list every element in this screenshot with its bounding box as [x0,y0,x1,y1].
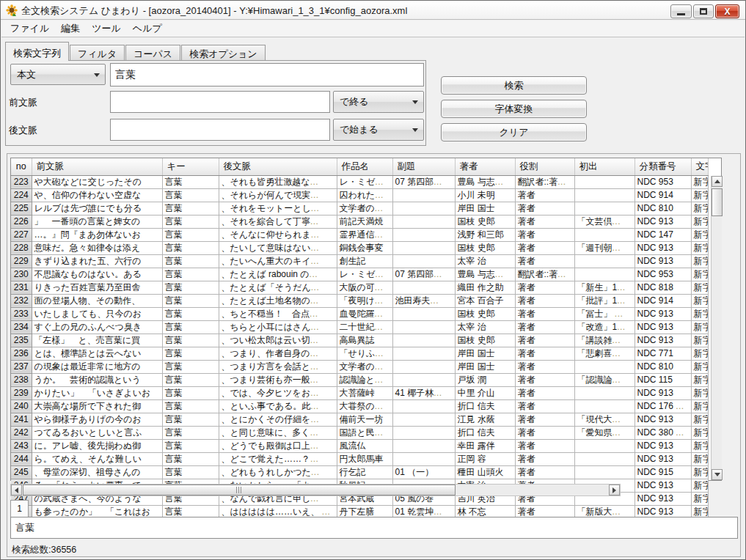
tab-search-string[interactable]: 検索文字列 [5,42,69,61]
table-row[interactable]: 239かりたい」 「いさぎよいお言葉、では、今夕ヒツをお...大菩薩峠41 椰子… [11,386,708,399]
table-cell: 著者 [515,215,574,228]
vertical-scrollbar[interactable] [711,176,722,480]
result-page-tab[interactable]: 1 [10,500,29,517]
selection-field[interactable] [10,517,738,539]
table-cell: りきった百姓言葉乃至田舎 [32,281,162,294]
glyph-convert-button[interactable]: 字体変換 [441,100,587,118]
pre-context-mode-select[interactable]: で終る [333,91,424,113]
table-cell [392,452,455,465]
tab-corpus[interactable]: コーパス [125,45,180,61]
table-cell: 大阪の可... [337,281,392,294]
table-cell: 種田 山頭火 [455,465,515,479]
column-header-7[interactable]: 役割 [515,158,574,175]
menu-edit[interactable]: 編集 [55,21,86,37]
column-header-5[interactable]: 副題 [392,158,455,175]
query-input[interactable] [110,63,424,86]
table-row[interactable]: 229 きずり込まれた五、六行の言葉、たいへん重大のキイ...創生記太宰 治著者… [11,254,708,268]
column-header-8[interactable]: 初出 [574,158,635,175]
scroll-right-button[interactable] [609,485,620,495]
table-cell: 著者 [515,294,574,307]
table-row[interactable]: 230 不思議なものはない。ある言葉、たとえば rabouin の...レ・ミゼ… [11,268,708,281]
search-button[interactable]: 検索 [441,76,587,95]
maximize-button[interactable] [693,4,714,18]
table-cell: 、それも皆勇壮激越な... [219,175,337,188]
table-row[interactable]: 231 りきった百姓言葉乃至田舎言葉、たとえば「そうだん...大阪の可...織田… [11,281,708,294]
table-row[interactable]: 240 大崇高な場所で下された御言葉、といふ事である。此...大甞祭の...折口… [11,399,708,413]
table-row[interactable]: 238 うか。 芸術的認識という言葉、つまり芸術も亦一般...認識論と...戸坂… [11,373,708,386]
table-cell: 豊島 与志... [455,175,515,188]
table-row[interactable]: 244 ら。てめえ、そんな難しい言葉、どこで覚えた……？...円太郎馬車正岡 容… [11,452,708,465]
scroll-up-button[interactable] [712,176,723,187]
table-cell: 「新生」1... [574,281,635,294]
table-row[interactable]: 227…。』問『まあ勿体ないお言葉、そんなに仰せられま...霊界通信...浅野 … [11,228,708,241]
table-row[interactable]: 226」 一番頭の言葉と婢女の言葉、それを綜合して丁寧...前記天満焼国枝 史郎… [11,215,708,228]
table-cell: 、たとえば rabouin の... [219,268,337,281]
table-row[interactable]: 242 つてゐるおいとしいと言ふ言葉、と同じ意味に、多く...国語と民...折口… [11,426,708,439]
table-cell: いたしましても、只今のお [32,307,162,320]
menu-tools[interactable]: ツール [86,21,127,37]
table-cell [392,215,455,228]
row-number: 223 [11,175,32,188]
close-button[interactable]: X [715,4,739,18]
tab-filter[interactable]: フィルタ [70,45,125,61]
table-cell [392,373,455,386]
table-cell: NDC 915 [635,465,691,479]
table-cell: の現象は最近非常に地方の [32,360,162,373]
column-header-0[interactable]: no [11,158,32,175]
horizontal-scrollbar[interactable] [10,484,621,496]
scroll-left-button[interactable] [11,485,22,495]
table-cell: 新字新 [691,452,708,465]
table-cell: や大砲などに交じったその [32,175,162,188]
table-cell: 二十世紀... [337,320,392,334]
column-header-9[interactable]: 分類番号 [635,158,691,175]
column-header-2[interactable]: キー [162,158,219,175]
column-header-6[interactable]: 著者 [455,158,515,175]
table-cell: 言葉 [162,268,219,281]
table-cell [392,202,455,215]
table-row[interactable]: 243 に。アレ嘘、後先揃わぬ御言葉、どうでも殿御は口上...風流仏幸田 露伴著… [11,439,708,452]
pre-context-input[interactable] [110,91,330,113]
menu-file[interactable]: ファイル [4,21,55,37]
table-row[interactable]: 233 いたしましても、只今のお言葉、ちと不穏当！ 合点...血曼陀羅...国枝… [11,307,708,320]
table-row[interactable]: 232 面の登場人物、その動作、言葉、たとえば土地名物の...「夜明け...池田… [11,294,708,307]
table-row[interactable]: 235「左様」 と、売言葉に買言葉、つい松太郎は云い切...高島異誌国枝 史郎著… [11,334,708,347]
table-row[interactable]: 236 とは、標準語とは云へない言葉、つまり、作者自身の...「せりふ...岸田… [11,347,708,360]
post-context-label: 後文脈 [9,124,37,137]
post-context-input[interactable] [110,119,330,141]
table-cell: 著者 [515,413,574,426]
minimize-button[interactable] [670,4,692,18]
scroll-down-button[interactable] [712,469,723,480]
table-cell: 著者 [515,307,574,320]
table-row[interactable]: 234 すぐ上の兄のふんべつ臭き言葉、ちらと小耳にはさん...二十世紀...太宰… [11,320,708,334]
table-cell: 国語と民... [337,426,392,439]
table-cell: 囚われた... [337,188,392,202]
table-cell: 言葉 [162,386,219,399]
table-row[interactable]: 228 意味だ。急々如律令は添え言葉、たいして意味はない...銅銭会事変国枝 史… [11,241,708,254]
table-row[interactable]: 225 レルブは先づ誰にでも分る言葉、それをモットーとし...文学者の...岸田… [11,202,708,215]
column-header-1[interactable]: 前文脈 [32,158,162,175]
grip-icon [236,487,243,493]
clear-button[interactable]: クリア [441,123,587,141]
column-header-4[interactable]: 作品名 [337,158,392,175]
table-row[interactable]: 224 や、信仰の伴わない空虚な言葉、それらが何んで現実...囚われた...小川… [11,188,708,202]
horizontal-scroll-thumb[interactable] [23,485,456,495]
column-header-3[interactable]: 後文脈 [219,158,337,175]
table-cell: 言葉 [162,228,219,241]
table-row[interactable]: 223 や大砲などに交じったその言葉、それも皆勇壮激越な...レ・ミゼ...07… [11,175,708,188]
menu-help[interactable]: ヘルプ [127,21,168,37]
vertical-scroll-thumb[interactable] [712,188,723,216]
table-cell: 翻訳者::著... [515,175,574,188]
table-row[interactable]: 241 やら御様子ありげの今のお言葉、とにかくその仔細を...備前天一坊江見 水… [11,413,708,426]
title-bar[interactable]: 全文検索システム ひまわり - [aozora_20140401] - Y:¥H… [1,1,745,20]
table-cell: NDC 914 [635,294,691,307]
table-row[interactable]: 237 の現象は最近非常に地方の言葉、つまり方言を会話と...文学者の...岸田… [11,360,708,373]
post-context-mode-value: で始まる [340,123,379,136]
table-row[interactable]: 245、母堂の深切、祖母さんの言葉、どれもうれしかつた...行乞記01 （一）種… [11,465,708,479]
table-cell: 、どうでも殿御は口上... [219,439,337,452]
table-cell: 言葉 [162,215,219,228]
table-cell: 霊界通信... [337,228,392,241]
target-select[interactable]: 本文 [10,64,106,85]
post-context-mode-select[interactable]: で始まる [333,119,424,141]
tab-search-options[interactable]: 検索オプション [181,45,266,61]
column-header-10[interactable]: 文字 [691,158,708,175]
